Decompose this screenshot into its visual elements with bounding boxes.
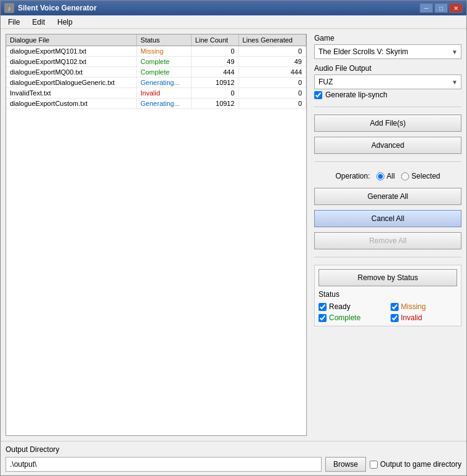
menu-bar: File Edit Help bbox=[1, 15, 466, 29]
cell-status: Generating... bbox=[137, 99, 192, 109]
cell-status: Missing bbox=[137, 46, 192, 57]
lip-synch-label: Generate lip-synch bbox=[325, 91, 388, 99]
cell-linecount: 10912 bbox=[191, 78, 238, 88]
app-icon: ♪ bbox=[4, 3, 14, 13]
title-buttons: ─ □ ✕ bbox=[420, 3, 463, 13]
status-checkboxes: Ready Missing Complete Invalid bbox=[319, 302, 457, 322]
table-row[interactable]: InvalidText.txt Invalid 0 0 bbox=[6, 88, 306, 99]
status-check-item: Ready bbox=[319, 302, 386, 311]
table-row[interactable]: dialogueExportMQ00.txt Complete 444 444 bbox=[6, 67, 306, 78]
cell-linecount: 49 bbox=[191, 57, 238, 67]
cell-filename: dialogueExportCustom.txt bbox=[6, 99, 137, 109]
audio-dropdown-wrapper: FUZ ▼ bbox=[314, 75, 461, 89]
cell-linecount: 0 bbox=[191, 46, 238, 57]
cancel-all-button[interactable]: Cancel All bbox=[314, 210, 461, 227]
cell-linesgenerated: 49 bbox=[238, 57, 306, 67]
table-row[interactable]: dialogueExportMQ101.txt Missing 0 0 bbox=[6, 46, 306, 57]
table-row[interactable]: dialogueExportCustom.txt Generating... 1… bbox=[6, 99, 306, 109]
game-dir-check: Output to game directory bbox=[370, 460, 461, 469]
cell-status: Generating... bbox=[137, 78, 192, 88]
menu-file[interactable]: File bbox=[3, 17, 25, 27]
cell-linesgenerated: 0 bbox=[238, 99, 306, 109]
game-dropdown-wrapper: The Elder Scrolls V: Skyrim ▼ bbox=[314, 44, 461, 59]
table-row[interactable]: dialogueExportMQ102.txt Complete 49 49 bbox=[6, 57, 306, 67]
status-label: Status bbox=[319, 290, 457, 299]
add-files-button[interactable]: Add File(s) bbox=[314, 115, 461, 132]
browse-button[interactable]: Browse bbox=[325, 457, 366, 472]
audio-label: Audio File Output bbox=[314, 64, 461, 73]
cell-status: Invalid bbox=[137, 88, 192, 99]
right-panel: Game The Elder Scrolls V: Skyrim ▼ Audio… bbox=[309, 29, 466, 441]
menu-help[interactable]: Help bbox=[52, 17, 78, 27]
lip-synch-checkbox[interactable] bbox=[314, 91, 322, 99]
output-dir-label: Output Directory bbox=[6, 445, 461, 454]
operation-row: Operation: All Selected bbox=[314, 169, 461, 183]
table-row[interactable]: dialogueExportDialogueGeneric.txt Genera… bbox=[6, 78, 306, 88]
remove-by-status-button[interactable]: Remove by Status bbox=[319, 269, 457, 286]
bottom-row: Browse Output to game directory bbox=[6, 457, 461, 472]
status-check-item: Invalid bbox=[391, 313, 458, 322]
game-dir-label: Output to game directory bbox=[380, 460, 461, 469]
cell-linecount: 0 bbox=[191, 88, 238, 99]
remove-by-status-section: Remove by Status Status Ready Missing Co… bbox=[314, 265, 461, 326]
audio-section: Audio File Output FUZ ▼ Generate lip-syn… bbox=[314, 64, 461, 99]
cell-filename: InvalidText.txt bbox=[6, 88, 137, 99]
operation-selected-radio[interactable] bbox=[401, 172, 409, 180]
status-check-item: Missing bbox=[391, 302, 458, 311]
remove-all-button[interactable]: Remove All bbox=[314, 232, 461, 249]
status-checkbox-ready[interactable] bbox=[319, 303, 327, 311]
cell-linecount: 444 bbox=[191, 67, 238, 78]
bottom-bar: Output Directory Browse Output to game d… bbox=[1, 441, 466, 475]
minimize-button[interactable]: ─ bbox=[420, 3, 433, 13]
window-title: Silent Voice Generator bbox=[18, 4, 97, 12]
divider-1 bbox=[314, 107, 461, 107]
status-label-missing: Missing bbox=[401, 302, 426, 311]
cell-linesgenerated: 0 bbox=[238, 78, 306, 88]
status-check-item: Complete bbox=[319, 313, 386, 322]
operation-all-label[interactable]: All bbox=[376, 172, 395, 180]
operation-label: Operation: bbox=[335, 172, 370, 180]
divider-3 bbox=[314, 257, 461, 257]
main-content: Dialogue File Status Line Count Lines Ge… bbox=[1, 29, 466, 441]
divider-2 bbox=[314, 161, 461, 162]
status-checkbox-invalid[interactable] bbox=[391, 314, 399, 322]
game-dir-checkbox[interactable] bbox=[370, 461, 378, 469]
operation-all-radio[interactable] bbox=[376, 172, 384, 180]
status-checkbox-complete[interactable] bbox=[319, 314, 327, 322]
main-window: ♪ Silent Voice Generator ─ □ ✕ File Edit… bbox=[0, 0, 467, 476]
cell-status: Complete bbox=[137, 57, 192, 67]
cell-status: Complete bbox=[137, 67, 192, 78]
menu-edit[interactable]: Edit bbox=[27, 17, 50, 27]
status-checkbox-missing[interactable] bbox=[391, 303, 399, 311]
title-bar-left: ♪ Silent Voice Generator bbox=[4, 3, 97, 13]
generate-all-button[interactable]: Generate All bbox=[314, 188, 461, 205]
cell-linesgenerated: 0 bbox=[238, 46, 306, 57]
cell-filename: dialogueExportMQ00.txt bbox=[6, 67, 137, 78]
col-header-linecount: Line Count bbox=[191, 34, 238, 46]
status-label-complete: Complete bbox=[329, 313, 360, 322]
title-bar: ♪ Silent Voice Generator ─ □ ✕ bbox=[1, 1, 466, 15]
cell-filename: dialogueExportMQ102.txt bbox=[6, 57, 137, 67]
operation-selected-text: Selected bbox=[412, 172, 441, 180]
game-dropdown[interactable]: The Elder Scrolls V: Skyrim bbox=[314, 44, 461, 59]
audio-dropdown[interactable]: FUZ bbox=[314, 75, 461, 89]
cell-linecount: 10912 bbox=[191, 99, 238, 109]
operation-selected-label[interactable]: Selected bbox=[401, 172, 441, 180]
output-path-input[interactable] bbox=[6, 457, 322, 472]
cell-filename: dialogueExportDialogueGeneric.txt bbox=[6, 78, 137, 88]
cell-linesgenerated: 444 bbox=[238, 67, 306, 78]
maximize-button[interactable]: □ bbox=[434, 3, 448, 13]
file-list-panel: Dialogue File Status Line Count Lines Ge… bbox=[6, 34, 307, 436]
advanced-button[interactable]: Advanced bbox=[314, 137, 461, 154]
status-label-invalid: Invalid bbox=[401, 313, 423, 322]
cell-filename: dialogueExportMQ101.txt bbox=[6, 46, 137, 57]
col-header-status: Status bbox=[137, 34, 192, 46]
col-header-linesgenerated: Lines Generated bbox=[238, 34, 306, 46]
file-table: Dialogue File Status Line Count Lines Ge… bbox=[6, 34, 306, 109]
game-section: Game The Elder Scrolls V: Skyrim ▼ bbox=[314, 34, 461, 59]
cell-linesgenerated: 0 bbox=[238, 88, 306, 99]
operation-all-text: All bbox=[387, 172, 395, 180]
close-button[interactable]: ✕ bbox=[449, 3, 463, 13]
lip-synch-row: Generate lip-synch bbox=[314, 91, 461, 99]
status-label-ready: Ready bbox=[329, 302, 351, 311]
